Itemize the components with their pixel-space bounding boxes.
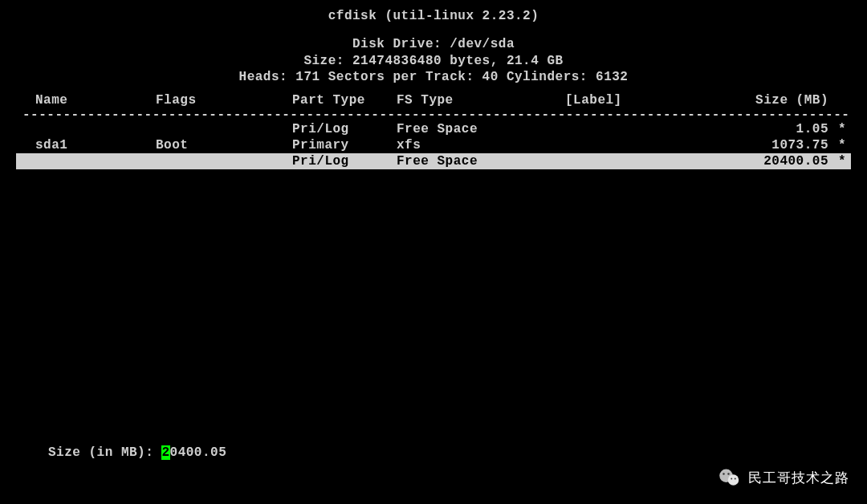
col-header-size: Size (MB) (694, 92, 851, 108)
cell-fstype: xfs (397, 137, 565, 153)
col-header-flags: Flags (156, 92, 292, 108)
col-header-name: Name (16, 92, 156, 108)
cell-label (565, 153, 694, 169)
size-prompt[interactable]: Size (in MB): 20400.05 (48, 445, 226, 460)
svg-point-3 (727, 473, 729, 474)
disk-size-line: Size: 21474836480 bytes, 21.4 GB (16, 53, 851, 70)
cell-label (565, 137, 694, 153)
row-marker: * (838, 121, 846, 137)
table-row-selected[interactable]: Pri/Log Free Space 20400.05 * (16, 153, 851, 169)
cell-name: sda1 (16, 137, 156, 153)
disk-drive-line: Disk Drive: /dev/sda (16, 36, 851, 53)
cell-flags (156, 121, 292, 137)
cell-ptype: Pri/Log (292, 121, 397, 137)
table-row[interactable]: Pri/Log Free Space 1.05 * (16, 121, 851, 137)
col-header-label: [Label] (565, 92, 694, 108)
cell-name (16, 153, 156, 169)
cell-size: 1.05 (694, 121, 851, 137)
cell-ptype: Pri/Log (292, 153, 397, 169)
wechat-icon (718, 465, 742, 490)
col-header-ptype: Part Type (292, 92, 397, 108)
header-divider: ----------------------------------------… (16, 108, 851, 121)
cell-fstype: Free Space (397, 121, 565, 137)
prompt-label: Size (in MB): (48, 445, 161, 460)
cell-size: 1073.75 (694, 137, 851, 153)
partition-table: Name Flags Part Type FS Type [Label] Siz… (16, 92, 851, 169)
svg-point-1 (728, 474, 739, 486)
watermark-text: 民工哥技术之路 (748, 469, 849, 487)
table-row[interactable]: sda1 Boot Primary xfs 1073.75 * (16, 137, 851, 153)
watermark: 民工哥技术之路 (718, 465, 849, 490)
app-title: cfdisk (util-linux 2.23.2) (16, 8, 851, 25)
row-marker: * (838, 137, 846, 153)
input-cursor: 2 (161, 445, 169, 460)
cell-name (16, 121, 156, 137)
prompt-value-rest: 0400.05 (170, 445, 227, 460)
disk-geometry-line: Heads: 171 Sectors per Track: 40 Cylinde… (16, 69, 851, 86)
svg-point-4 (731, 478, 732, 480)
cell-ptype: Primary (292, 137, 397, 153)
col-header-fstype: FS Type (397, 92, 565, 108)
svg-point-2 (722, 473, 724, 474)
cell-label (565, 121, 694, 137)
cell-flags (156, 153, 292, 169)
cell-size: 20400.05 (694, 153, 851, 169)
row-marker: * (838, 153, 846, 169)
cell-flags: Boot (156, 137, 292, 153)
header: cfdisk (util-linux 2.23.2) Disk Drive: /… (16, 8, 851, 86)
svg-point-5 (735, 478, 736, 480)
cell-fstype: Free Space (397, 153, 565, 169)
table-header-row: Name Flags Part Type FS Type [Label] Siz… (16, 92, 851, 108)
terminal-screen: cfdisk (util-linux 2.23.2) Disk Drive: /… (0, 0, 867, 177)
